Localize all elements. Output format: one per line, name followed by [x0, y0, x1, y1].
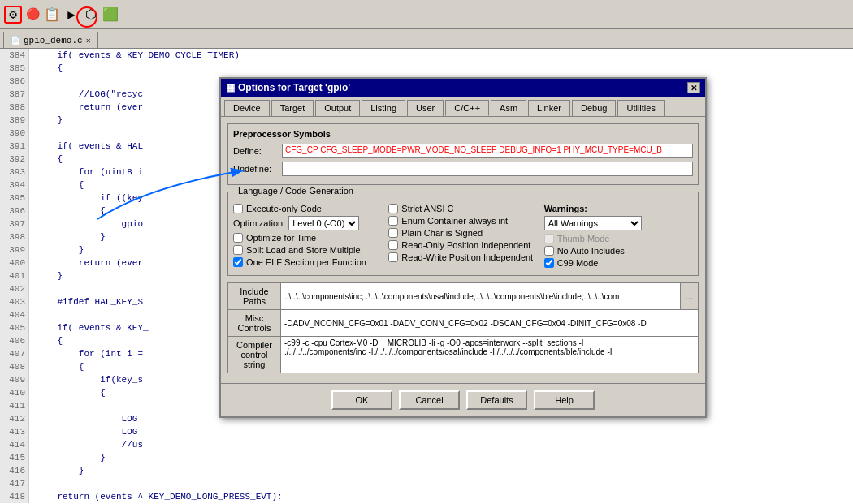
include-paths-value[interactable]: ..\..\..\components\inc;..\..\..\compone…	[281, 283, 680, 309]
readwrite-pos-checkbox[interactable]	[388, 252, 398, 262]
preprocessor-section: Preprocessor Symbols Define: CFG_CP CFG_…	[227, 123, 699, 185]
thumb-mode-label: Thumb Mode	[557, 234, 610, 243]
dialog-content: Preprocessor Symbols Define: CFG_CP CFG_…	[221, 117, 705, 383]
dialog-tab-output[interactable]: Output	[315, 100, 360, 116]
compiler-value: -c99 -c -cpu Cortex-M0 -D__MICROLIB -li …	[281, 337, 698, 373]
enum-container-row: Enum Container always int	[388, 216, 537, 226]
execute-only-checkbox[interactable]	[233, 204, 243, 213]
compiler-string-row: Compilercontrolstring -c99 -c -cpu Corte…	[228, 336, 698, 373]
compiler-line1: -c99 -c -cpu Cortex-M0 -D__MICROLIB -li …	[284, 338, 583, 347]
execute-only-row: Execute-only Code	[233, 204, 382, 213]
optimization-label: Optimization:	[233, 218, 285, 228]
thumb-mode-row: Thumb Mode	[544, 234, 693, 243]
no-auto-includes-label: No Auto Includes	[557, 246, 625, 256]
options-dialog: ▦ Options for Target 'gpio' ✕ DeviceTarg…	[219, 77, 707, 418]
plain-char-row: Plain Char is Signed	[388, 228, 537, 238]
compiler-label: Compilercontrolstring	[228, 337, 281, 373]
dialog-buttons: OKCancelDefaultsHelp	[221, 383, 705, 416]
col2: Strict ANSI C Enum Container always int …	[388, 204, 537, 270]
readonly-pos-label: Read-Only Position Independent	[401, 240, 530, 250]
readonly-pos-checkbox[interactable]	[388, 240, 398, 250]
dialog-tab-debug[interactable]: Debug	[572, 100, 616, 116]
execute-only-label: Execute-only Code	[246, 204, 322, 213]
include-section: IncludePaths ..\..\..\components\inc;..\…	[227, 282, 699, 373]
readwrite-pos-row: Read-Write Position Independent	[388, 252, 537, 262]
dialog-tab-device[interactable]: Device	[224, 100, 270, 116]
define-label: Define:	[233, 146, 282, 156]
one-elf-label: One ELF Section per Function	[246, 257, 366, 267]
split-load-checkbox[interactable]	[233, 245, 243, 255]
misc-controls-label: MiscControls	[228, 310, 281, 336]
optimization-row: Optimization: Level 0 (-O0)	[233, 216, 382, 230]
dialog-tabs: DeviceTargetOutputListingUserC/C++AsmLin…	[221, 97, 705, 117]
dialog-title-icon: ▦	[226, 82, 235, 93]
strict-ansi-label: Strict ANSI C	[401, 204, 453, 213]
cancel-button[interactable]: Cancel	[399, 390, 460, 410]
strict-ansi-row: Strict ANSI C	[388, 204, 537, 213]
dialog-tab-target[interactable]: Target	[271, 100, 314, 116]
one-elf-checkbox[interactable]	[233, 257, 243, 267]
defaults-button[interactable]: Defaults	[466, 390, 527, 410]
plain-char-label: Plain Char is Signed	[401, 228, 483, 238]
thumb-mode-checkbox[interactable]	[544, 234, 554, 243]
dialog-tab-linker[interactable]: Linker	[528, 100, 570, 116]
include-paths-label: IncludePaths	[228, 283, 281, 309]
enum-container-label: Enum Container always int	[401, 216, 508, 226]
preprocessor-title: Preprocessor Symbols	[233, 129, 693, 139]
dialog-tab-utilities[interactable]: Utilities	[617, 100, 664, 116]
include-paths-browse[interactable]: ...	[680, 283, 698, 309]
split-load-row: Split Load and Store Multiple	[233, 245, 382, 255]
misc-controls-value[interactable]: -DADV_NCONN_CFG=0x01 -DADV_CONN_CFG=0x02…	[281, 310, 698, 336]
dialog-tab-c-c++[interactable]: C/C++	[445, 100, 489, 116]
no-auto-includes-checkbox[interactable]	[544, 246, 554, 256]
include-paths-row: IncludePaths ..\..\..\components\inc;..\…	[228, 283, 698, 309]
readonly-pos-row: Read-Only Position Independent	[388, 240, 537, 250]
language-section: Language / Code Generation Execute-only …	[227, 192, 699, 276]
strict-ansi-checkbox[interactable]	[388, 204, 398, 213]
dialog-tab-user[interactable]: User	[407, 100, 444, 116]
c99-mode-label: C99 Mode	[557, 258, 599, 268]
optimize-time-row: Optimize for Time	[233, 233, 382, 243]
split-load-label: Split Load and Store Multiple	[246, 245, 361, 255]
no-auto-includes-row: No Auto Includes	[544, 246, 693, 256]
col3: Warnings: All Warnings Thumb Mode No Aut…	[544, 204, 693, 270]
readwrite-pos-label: Read-Write Position Independent	[401, 252, 533, 262]
lang-section-title: Language / Code Generation	[235, 186, 357, 196]
dialog-titlebar: ▦ Options for Target 'gpio' ✕	[221, 79, 705, 97]
compiler-line2: ./../../../components/inc -I./../../../c…	[284, 347, 613, 356]
dialog-title: ▦ Options for Target 'gpio'	[226, 82, 350, 93]
dialog-title-text: Options for Target 'gpio'	[238, 82, 350, 93]
dialog-tab-asm[interactable]: Asm	[491, 100, 526, 116]
misc-controls-row: MiscControls -DADV_NCONN_CFG=0x01 -DADV_…	[228, 309, 698, 336]
undefine-label: Undefine:	[233, 164, 282, 174]
dialog-tab-listing[interactable]: Listing	[362, 100, 405, 116]
optimization-select[interactable]: Level 0 (-O0)	[288, 216, 359, 230]
define-input[interactable]: CFG_CP CFG_SLEEP_MODE=PWR_MODE_NO_SLEEP …	[282, 144, 693, 158]
plain-char-checkbox[interactable]	[388, 228, 398, 238]
undefine-input[interactable]	[282, 162, 693, 176]
optimize-time-checkbox[interactable]	[233, 233, 243, 243]
undefine-row: Undefine:	[233, 162, 693, 176]
c99-mode-checkbox[interactable]	[544, 258, 554, 268]
warnings-select[interactable]: All Warnings	[544, 216, 642, 230]
dialog-close-button[interactable]: ✕	[687, 82, 700, 93]
one-elf-row: One ELF Section per Function	[233, 257, 382, 267]
col1: Execute-only Code Optimization: Level 0 …	[233, 204, 382, 270]
define-row: Define: CFG_CP CFG_SLEEP_MODE=PWR_MODE_N…	[233, 144, 693, 158]
optimize-time-label: Optimize for Time	[246, 233, 316, 243]
help-button[interactable]: Help	[534, 390, 595, 410]
warnings-label: Warnings:	[544, 204, 693, 213]
warnings-section: Warnings: All Warnings	[544, 204, 693, 230]
enum-container-checkbox[interactable]	[388, 216, 398, 226]
c99-mode-row: C99 Mode	[544, 258, 693, 268]
ok-button[interactable]: OK	[331, 390, 392, 410]
